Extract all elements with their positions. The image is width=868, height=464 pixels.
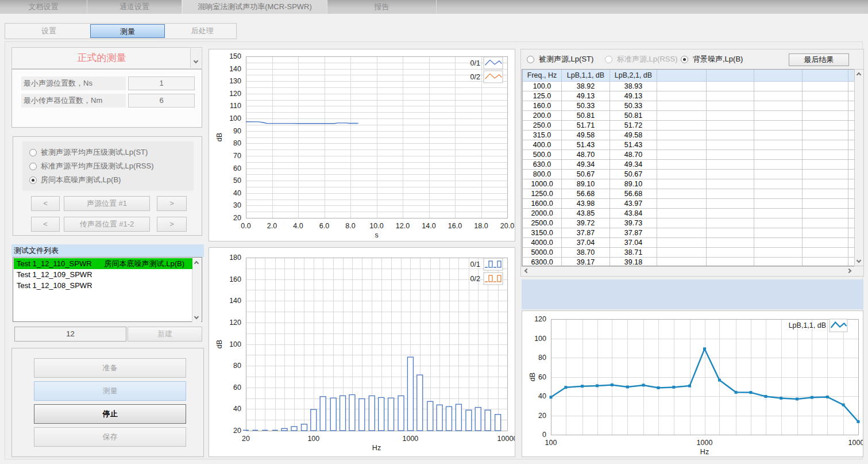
result-source-radio[interactable]: 标准声源,Lp(RSS) [605, 54, 677, 64]
table-row[interactable]: 100.038.9238.93 [523, 81, 855, 91]
svg-text:50: 50 [233, 177, 241, 185]
file-list-scrollbar[interactable] [192, 258, 201, 322]
test-type-radio[interactable]: 标准声源平均声压级测试,Lp(RSS) [29, 161, 153, 171]
table-row[interactable]: 400.051.4351.43 [523, 140, 855, 149]
table-row[interactable]: 630.049.3449.34 [523, 159, 855, 169]
tab-1[interactable]: 文档设置 [0, 0, 87, 14]
table-cell [657, 140, 707, 149]
svg-text:80: 80 [233, 139, 241, 147]
results-table-vscrollbar[interactable] [854, 69, 864, 266]
last-result-button[interactable]: 最后结果 [789, 53, 849, 66]
tab-2[interactable]: 通道设置 [87, 0, 182, 14]
mic-position-prev-button[interactable]: < [31, 217, 60, 232]
source-position-label-button[interactable]: 声源位置 #1 [64, 196, 150, 211]
subtab-3[interactable]: 后处理 [165, 24, 240, 38]
svg-text:0.0: 0.0 [241, 222, 250, 230]
table-cell [848, 169, 855, 179]
test-file-list[interactable]: Test 1_12_110_SPWR房间本底噪声测试,Lp(B)Test 1_1… [13, 257, 202, 322]
table-cell: 43.84 [610, 208, 657, 218]
table-cell [848, 110, 855, 120]
svg-text:180: 180 [229, 254, 241, 262]
svg-text:120: 120 [229, 90, 241, 98]
table-row[interactable]: 160.050.3350.33 [523, 101, 855, 110]
table-cell [707, 228, 754, 237]
file-list-item[interactable]: Test 1_12_110_SPWR房间本底噪声测试,Lp(B) [14, 258, 192, 269]
scroll-left-icon[interactable] [524, 269, 529, 273]
prepare-button[interactable]: 准备 [34, 358, 186, 378]
table-cell: 38.71 [610, 247, 657, 257]
min-positions-group: 最小声源位置数，Ns1最小传声器位置数，Nm6 [11, 69, 202, 128]
table-cell: 51.43 [610, 140, 657, 149]
result-source-radio[interactable]: 被测声源,Lp(ST) [527, 54, 593, 64]
stop-button[interactable]: 停止 [34, 404, 186, 424]
file-number-field[interactable]: 12 [14, 327, 126, 342]
table-row[interactable]: 315.049.5849.58 [523, 130, 855, 140]
table-cell: 50.33 [562, 101, 610, 110]
table-cell: 250.0 [523, 120, 562, 130]
table-row[interactable]: 1000.089.1089.10 [523, 179, 855, 189]
table-cell [803, 149, 848, 159]
param-value-field[interactable]: 6 [128, 94, 195, 108]
table-row[interactable]: 6300.039.1739.18 [523, 257, 855, 266]
scroll-up-icon[interactable] [194, 261, 199, 266]
table-cell: 1000.0 [523, 179, 562, 189]
file-list-item[interactable]: Test 1_12_108_SPWR [14, 280, 192, 291]
table-cell: 315.0 [523, 130, 562, 140]
subtab-2[interactable]: 测量 [90, 24, 165, 38]
param-value-field[interactable]: 1 [128, 76, 195, 90]
table-cell [848, 120, 855, 130]
column-header: Freq., Hz [523, 70, 562, 81]
table-cell [848, 228, 855, 237]
source-position-prev-button[interactable]: < [31, 196, 60, 211]
svg-text:150: 150 [229, 52, 241, 60]
tab-3[interactable]: 混响室法测试声功率(MCR-SPWR) [182, 0, 327, 14]
scroll-down-icon[interactable] [194, 315, 199, 319]
scroll-down-icon[interactable] [857, 258, 861, 263]
table-cell: 50.81 [562, 110, 610, 120]
mic-position-label-button[interactable]: 传声器位置 #1-2 [64, 217, 150, 232]
svg-text:Hz: Hz [700, 448, 709, 456]
scroll-up-icon[interactable] [857, 72, 861, 77]
table-cell [848, 179, 855, 189]
table-cell [707, 198, 754, 208]
table-row[interactable]: 2500.039.7239.73 [523, 218, 855, 228]
table-cell [657, 110, 707, 120]
table-row[interactable]: 800.050.6750.67 [523, 169, 855, 179]
svg-text:120: 120 [534, 315, 546, 323]
new-file-button[interactable]: 新建 [128, 327, 202, 342]
table-row[interactable]: 125.049.1349.13 [523, 91, 855, 101]
mic-position-next-button[interactable]: > [157, 217, 187, 232]
result-source-radio[interactable]: 背景噪声,Lp(B) [681, 54, 743, 64]
table-row[interactable]: 4000.037.0437.04 [523, 237, 855, 247]
measure-button[interactable]: 测量 [34, 381, 186, 401]
table-cell [803, 110, 848, 120]
scroll-right-icon[interactable] [847, 269, 851, 273]
table-cell [754, 228, 803, 237]
save-button[interactable]: 保存 [34, 427, 186, 447]
file-list-item[interactable]: Test 1_12_109_SPWR [14, 269, 192, 280]
test-type-radio[interactable]: 被测声源平均声压级测试,Lp(ST) [29, 147, 148, 158]
table-row[interactable]: 5000.038.7038.71 [523, 247, 855, 257]
table-cell [657, 120, 707, 130]
results-table-hscrollbar[interactable] [522, 266, 854, 275]
measure-mode-dropdown-button[interactable] [190, 48, 201, 68]
test-type-radio[interactable]: 房间本底噪声测试,Lp(B) [29, 175, 121, 185]
table-row[interactable]: 3150.037.8737.87 [523, 228, 855, 237]
table-cell: 49.13 [562, 91, 610, 101]
svg-text:Hz: Hz [372, 444, 381, 452]
table-row[interactable]: 250.051.7151.72 [523, 120, 855, 130]
table-row[interactable]: 500.048.7048.70 [523, 149, 855, 159]
table-row[interactable]: 2000.043.8543.84 [523, 208, 855, 218]
table-row[interactable]: 200.050.8150.81 [523, 110, 855, 120]
source-position-next-button[interactable]: > [157, 196, 187, 211]
svg-text:100: 100 [229, 114, 241, 122]
table-row[interactable]: 1600.043.9843.97 [523, 198, 855, 208]
subtab-1[interactable]: 设置 [7, 24, 90, 38]
measure-mode-select[interactable]: 正式的测量 [11, 47, 202, 69]
svg-text:160: 160 [229, 275, 241, 283]
tab-4[interactable]: 报告 [327, 0, 437, 14]
table-cell [848, 257, 855, 266]
table-cell: 37.87 [610, 228, 657, 237]
table-cell [754, 218, 803, 228]
table-row[interactable]: 1250.056.6856.68 [523, 189, 855, 198]
